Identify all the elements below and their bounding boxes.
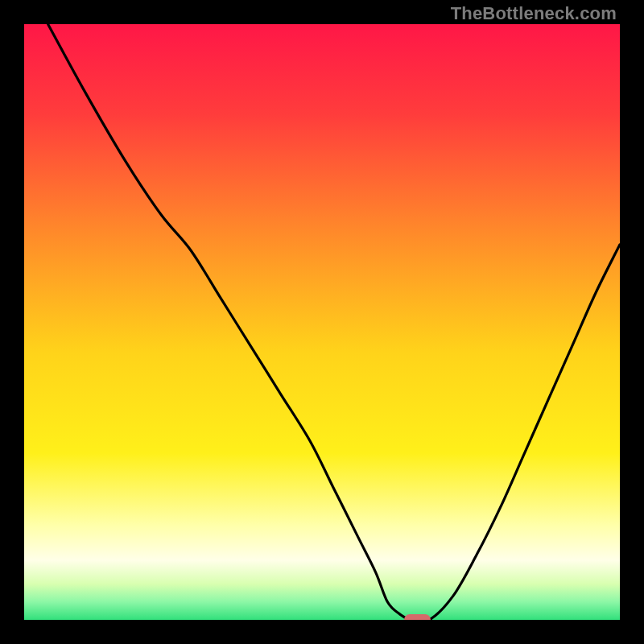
bottleneck-curve xyxy=(24,24,620,620)
plot-area xyxy=(24,24,620,620)
watermark-text: TheBottleneck.com xyxy=(451,3,617,24)
chart-frame: TheBottleneck.com xyxy=(0,0,644,644)
optimal-marker xyxy=(404,614,431,620)
